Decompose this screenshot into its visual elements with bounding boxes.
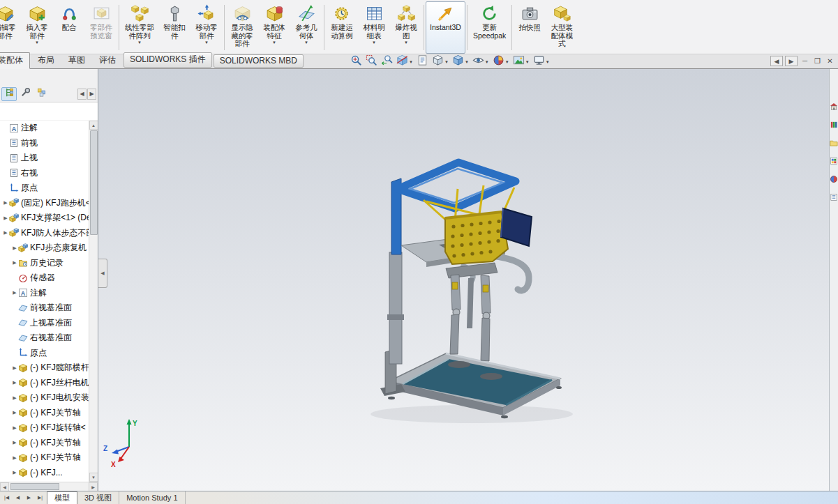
expand-arrow-icon[interactable]: ▶ xyxy=(11,290,18,296)
feature-manager-tab[interactable] xyxy=(1,87,17,101)
tree-item[interactable]: 原点 xyxy=(0,181,89,196)
take-snapshot-button[interactable]: 拍快照 xyxy=(514,1,546,54)
edit-component-button[interactable]: 编辑零 部件 xyxy=(0,1,21,54)
tab-SOLIDWORKS MBD[interactable]: SOLIDWORKS MBD xyxy=(214,54,304,68)
expand-arrow-icon[interactable]: ▶ xyxy=(11,440,18,445)
tab-草图[interactable]: 草图 xyxy=(62,53,91,68)
tree-item[interactable]: 右视基准面 xyxy=(0,330,89,346)
minimize-button[interactable]: ─ xyxy=(800,56,810,66)
tree-horizontal-scrollbar[interactable]: ◀ ▶ xyxy=(0,482,98,491)
close-button[interactable]: ✕ xyxy=(825,56,835,66)
panel-filter-area[interactable] xyxy=(0,102,98,121)
bottom-tab-模型[interactable]: 模型 xyxy=(47,491,77,504)
scroll-down-arrow[interactable]: ▼ xyxy=(89,473,98,482)
tree-item[interactable]: ▶(-) KFJ旋转轴< xyxy=(0,420,89,436)
zoom-fit-button[interactable] xyxy=(349,54,364,70)
linear-component-pattern-button[interactable]: 线性零部 件阵列▼ xyxy=(121,1,158,54)
sheet-nav-button-3[interactable]: ▶| xyxy=(35,495,45,501)
graphics-area[interactable]: ◀ xyxy=(98,69,829,491)
doc-next-button[interactable]: ▶ xyxy=(785,56,798,66)
expand-arrow-icon[interactable]: ▶ xyxy=(11,425,18,431)
appearances-scenes-tab[interactable] xyxy=(830,175,838,183)
tree-item[interactable]: A注解 xyxy=(0,121,89,136)
large-assembly-mode-button[interactable]: 大型装 配体模 式 xyxy=(546,1,578,54)
dropdown-caret-icon[interactable]: ▼ xyxy=(444,60,449,64)
tree-item[interactable]: 上视基准面 xyxy=(0,316,89,331)
expand-arrow-icon[interactable]: ▶ xyxy=(11,380,18,385)
expand-arrow-icon[interactable]: ▶ xyxy=(11,455,18,461)
tree-item[interactable]: 原点 xyxy=(0,346,89,361)
tree-item[interactable]: 前视 xyxy=(0,136,89,151)
tree-item[interactable]: 前视基准面 xyxy=(0,300,89,316)
file-explorer-tab[interactable] xyxy=(830,139,838,147)
custom-properties-tab[interactable] xyxy=(830,193,838,201)
sheet-nav-button-0[interactable]: |◀ xyxy=(1,495,12,501)
bill-of-materials-button[interactable]: 材料明 细表▼ xyxy=(358,1,390,54)
gait-rehab-machine-model[interactable]: Y Z X xyxy=(98,69,829,491)
dropdown-caret-icon[interactable]: ▼ xyxy=(137,40,142,45)
tab-装配体[interactable]: 装配体 xyxy=(0,52,30,69)
doc-prev-button[interactable]: ◀ xyxy=(770,56,783,66)
tree-item[interactable]: ▶KFJ防人体步态不部 xyxy=(0,226,89,241)
configuration-manager-tab[interactable] xyxy=(33,87,49,101)
drawing-note-button[interactable] xyxy=(415,54,430,70)
tree-item[interactable]: ▶(固定) KFJ跑步机<1 xyxy=(0,196,89,211)
dropdown-caret-icon[interactable]: ▼ xyxy=(505,60,509,64)
tree-item[interactable]: ▶(-) KFJ关节轴 xyxy=(0,436,89,451)
dropdown-caret-icon[interactable]: ▼ xyxy=(546,60,550,64)
dropdown-caret-icon[interactable]: ▼ xyxy=(372,40,376,45)
panel-nav-left-button[interactable]: ◀ xyxy=(77,89,87,100)
display-style-button[interactable]: ▼ xyxy=(451,54,470,70)
tree-item[interactable]: 右视 xyxy=(0,166,89,181)
view-palette-tab[interactable] xyxy=(830,157,838,165)
scroll-thumb[interactable] xyxy=(10,483,59,490)
section-view-button[interactable]: ▼ xyxy=(395,54,414,70)
tab-评估[interactable]: 评估 xyxy=(93,53,122,68)
exploded-view-button[interactable]: 爆炸视 图▼ xyxy=(390,1,422,54)
property-manager-tab[interactable] xyxy=(17,87,33,101)
dropdown-caret-icon[interactable]: ▼ xyxy=(525,60,530,64)
smart-fasteners-button[interactable]: 智能扣 件 xyxy=(158,1,190,54)
restore-button[interactable]: ❐ xyxy=(812,56,823,66)
edit-appearance-button[interactable]: ▼ xyxy=(491,54,511,70)
tree-item[interactable]: ▶KFJ步态康复机 xyxy=(0,240,89,256)
expand-arrow-icon[interactable]: ▶ xyxy=(11,410,18,415)
expand-arrow-icon[interactable]: ▶ xyxy=(2,215,9,221)
tree-item[interactable]: ▶(-) KFJ关节轴 xyxy=(0,406,89,421)
resources-home-tab[interactable] xyxy=(830,102,838,111)
zoom-area-button[interactable] xyxy=(364,54,379,70)
mate-button[interactable]: 配合 xyxy=(53,1,85,54)
tree-item[interactable]: ▶(-) KFJ髋部横杆 xyxy=(0,360,89,376)
panel-nav-right-button[interactable]: ▶ xyxy=(87,89,96,100)
sheet-nav-button-1[interactable]: ◀ xyxy=(13,495,23,501)
dropdown-caret-icon[interactable]: ▼ xyxy=(485,60,489,64)
tree-item[interactable]: ▶A注解 xyxy=(0,286,89,301)
expand-arrow-icon[interactable]: ▶ xyxy=(11,365,18,371)
view-settings-button[interactable]: ▼ xyxy=(532,54,551,70)
dropdown-caret-icon[interactable]: ▼ xyxy=(465,60,469,64)
design-library-tab[interactable] xyxy=(830,121,838,129)
tab-布局[interactable]: 布局 xyxy=(31,53,61,68)
scroll-left-arrow[interactable]: ◀ xyxy=(0,482,9,491)
tree-item[interactable]: ▶(-) KFJ... xyxy=(0,466,89,481)
panel-collapse-handle[interactable]: ◀ xyxy=(98,259,107,288)
scroll-track[interactable] xyxy=(9,482,89,491)
tree-vertical-scrollbar[interactable]: ▲ ▼ xyxy=(89,121,98,482)
instant3d-button[interactable]: Instant3D xyxy=(426,1,465,54)
scroll-up-arrow[interactable]: ▲ xyxy=(89,121,98,130)
dropdown-caret-icon[interactable]: ▼ xyxy=(404,40,408,45)
expand-arrow-icon[interactable]: ▶ xyxy=(11,470,18,475)
view-orientation-button[interactable]: ▼ xyxy=(431,54,450,70)
sheet-nav-button-2[interactable]: ▶ xyxy=(24,495,34,501)
update-speedpak-button[interactable]: 更新 Speedpak xyxy=(469,1,510,54)
expand-arrow-icon[interactable]: ▶ xyxy=(2,200,9,206)
tree-item[interactable]: ▶KFJ支撑架<1> (De xyxy=(0,211,89,226)
zoom-prev-button[interactable] xyxy=(380,54,394,70)
move-component-button[interactable]: 移动零 部件▼ xyxy=(190,1,223,54)
scroll-right-arrow[interactable]: ▶ xyxy=(89,482,98,491)
expand-arrow-icon[interactable]: ▶ xyxy=(11,260,18,266)
tree-item[interactable]: ▶(-) KFJ丝杆电机 xyxy=(0,376,89,391)
bottom-tab-Motion Study 1[interactable]: Motion Study 1 xyxy=(119,491,185,504)
tree-item[interactable]: ▶(-) KFJ电机安装 xyxy=(0,390,89,406)
assembly-features-button[interactable]: 装配体 特征▼ xyxy=(258,1,290,54)
